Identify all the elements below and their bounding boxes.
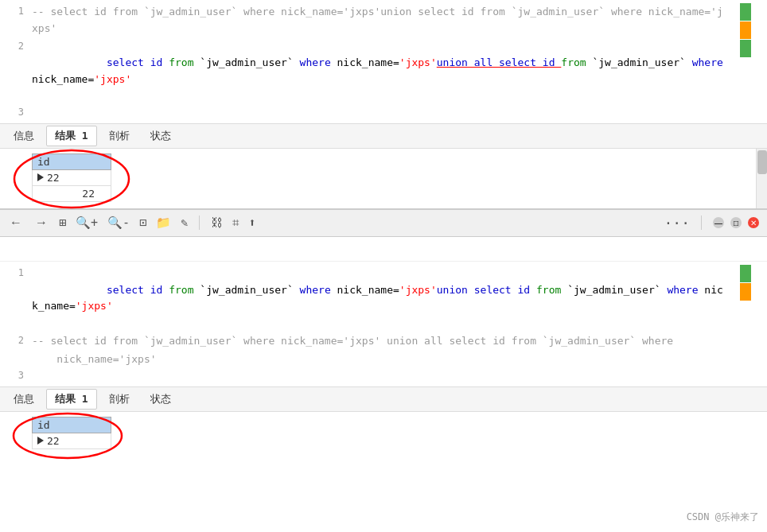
top-btn-green-1[interactable] <box>740 3 751 21</box>
tbl-name-1: `jw_admin_user` <box>194 56 300 68</box>
more-button[interactable]: ··· <box>664 215 690 231</box>
kw-where-2: where <box>692 56 723 68</box>
code-line-1-content: -- select id from `jw_admin_user` where … <box>32 4 727 37</box>
line-number-1: 1 <box>0 4 32 19</box>
table-row-1: 22 <box>33 169 111 185</box>
top-btn-green-2[interactable] <box>740 40 751 57</box>
top-tab-info[interactable]: 信息 <box>5 126 43 146</box>
top-editor-area[interactable]: 1 -- select id from `jw_admin_user` wher… <box>0 0 743 123</box>
kw-union: union all select id <box>437 56 562 68</box>
bottom-table-row-1: 22 <box>33 433 111 449</box>
edit-icon[interactable]: ✎ <box>181 216 188 230</box>
bottom-row-indicator <box>37 437 44 445</box>
forward-button[interactable]: → <box>33 216 49 230</box>
top-col-id: id <box>33 153 111 169</box>
str-jxps-2: 'jxps' <box>94 73 131 85</box>
bottom-col-id: id <box>33 417 111 433</box>
bottom-line-number-3: 3 <box>0 368 32 383</box>
top-cell-22-1: 22 <box>33 169 111 185</box>
toolbar-divider-2 <box>701 216 702 230</box>
close-button[interactable]: ✕ <box>748 217 759 228</box>
kw-select: select id <box>107 56 169 68</box>
bottom-line-number-2: 2 <box>0 333 32 348</box>
b-kw-from-2: from <box>536 284 561 296</box>
code-line-2-content: select id from `jw_admin_user` where nic… <box>32 39 727 105</box>
top-tab-profile[interactable]: 剖析 <box>100 126 138 146</box>
kw-from-1: from <box>169 56 193 68</box>
b-kw-where-1: where <box>300 284 331 296</box>
bottom-panel: 1 select id from `jw_admin_user` where n… <box>0 237 767 532</box>
table-row-2: 22 <box>33 185 111 201</box>
kw-where-1: where <box>300 56 331 68</box>
back-button[interactable]: ← <box>8 216 24 230</box>
folder-icon[interactable]: 📁 <box>156 216 171 230</box>
grid-icon: ⊞ <box>59 216 66 230</box>
bottom-cell-22: 22 <box>33 433 111 449</box>
link-icon[interactable]: ⛓ <box>211 216 223 230</box>
bottom-line-number-1: 1 <box>0 266 32 281</box>
bottom-code-line-2-content: -- select id from `jw_admin_user` where … <box>32 333 727 350</box>
bottom-results-area: id 22 <box>0 412 767 456</box>
b-kw-from-1: from <box>169 284 193 296</box>
bottom-code-line-2-wrap-content: nick_name='jxps' <box>32 351 727 368</box>
code-line-3: 3 <box>0 106 727 120</box>
zoom-in-icon[interactable]: 🔍+ <box>76 216 98 230</box>
top-editor-wrapper: 1 -- select id from `jw_admin_user` wher… <box>0 0 767 123</box>
bottom-code-line-2: 2 -- select id from `jw_admin_user` wher… <box>0 332 727 351</box>
b-tbl-2: `jw_admin_user` <box>561 284 667 296</box>
top-scrollbar-thumb[interactable] <box>757 150 767 174</box>
top-tabs-bar: 信息 结果 1 剖析 状态 <box>0 123 767 149</box>
b-kw-where-2: where <box>667 284 698 296</box>
zoom-out-icon[interactable]: 🔍- <box>107 216 130 230</box>
b-kw-select: select id <box>107 284 169 296</box>
window-controls: — □ ✕ <box>713 217 759 228</box>
bottom-right-buttons <box>740 265 751 301</box>
str-jxps-1: 'jxps' <box>399 56 437 68</box>
upload-icon[interactable]: ⬆ <box>248 216 255 230</box>
toolbar-divider-1 <box>199 216 200 230</box>
top-tab-status[interactable]: 状态 <box>142 126 180 146</box>
line-number-2: 2 <box>0 39 32 54</box>
row-indicator-1 <box>37 173 44 181</box>
top-btn-orange[interactable] <box>740 21 751 39</box>
top-scrollbar[interactable] <box>756 149 767 208</box>
maximize-button[interactable]: □ <box>730 217 742 228</box>
line-number-3: 3 <box>0 105 32 120</box>
top-cell-22-2: 22 <box>33 185 111 201</box>
bottom-editor-wrapper: 1 select id from `jw_admin_user` where n… <box>0 261 767 386</box>
b-str-1: 'jxps' <box>399 284 437 296</box>
top-data-table: id 22 22 <box>32 153 111 202</box>
code-line-2: 2 select id from `jw_admin_user` where n… <box>0 38 727 106</box>
condition-1: nick_name= <box>331 56 399 68</box>
top-tab-result1[interactable]: 结果 1 <box>46 126 97 146</box>
bottom-btn-orange[interactable] <box>740 283 751 301</box>
kw-from-2: from <box>561 56 586 68</box>
bottom-data-table: id 22 <box>32 417 111 449</box>
middle-spacer <box>0 237 767 261</box>
tbl-name-2: `jw_admin_user` <box>586 56 692 68</box>
bottom-code-line-2-wrap: nick_name='jxps' <box>0 351 727 369</box>
bottom-code-line-1: 1 select id from `jw_admin_user` where n… <box>0 265 727 332</box>
bottom-tab-result1[interactable]: 结果 1 <box>46 389 97 410</box>
bottom-code-line-1-content: select id from `jw_admin_user` where nic… <box>32 266 727 332</box>
bottom-tab-info[interactable]: 信息 <box>5 389 43 410</box>
expand-icon[interactable]: ⊡ <box>139 216 146 230</box>
b-tbl-1: `jw_admin_user` <box>194 284 300 296</box>
bottom-editor-area[interactable]: 1 select id from `jw_admin_user` where n… <box>0 262 743 386</box>
minimize-button[interactable]: — <box>713 217 724 228</box>
crop-icon[interactable]: ⌗ <box>232 216 239 230</box>
top-results-area: id 22 22 <box>0 149 767 208</box>
b-str-2: 'jxps' <box>76 300 113 312</box>
bottom-tabs-bar: 信息 结果 1 剖析 状态 <box>0 386 767 412</box>
code-line-1: 1 -- select id from `jw_admin_user` wher… <box>0 3 727 38</box>
top-panel: 1 -- select id from `jw_admin_user` wher… <box>0 0 767 209</box>
bottom-btn-green-1[interactable] <box>740 265 751 282</box>
b-kw-union: union select id <box>437 284 536 296</box>
b-condition-1: nick_name= <box>331 284 399 296</box>
watermark: CSDN @乐神来了 <box>687 511 759 524</box>
bottom-tab-profile[interactable]: 剖析 <box>100 389 138 410</box>
main-wrapper: 1 -- select id from `jw_admin_user` wher… <box>0 0 767 532</box>
browser-toolbar: ← → ⊞ 🔍+ 🔍- ⊡ 📁 ✎ ⛓ ⌗ ⬆ ··· — □ ✕ <box>0 209 767 237</box>
top-right-buttons <box>740 3 751 57</box>
bottom-tab-status[interactable]: 状态 <box>142 389 180 410</box>
